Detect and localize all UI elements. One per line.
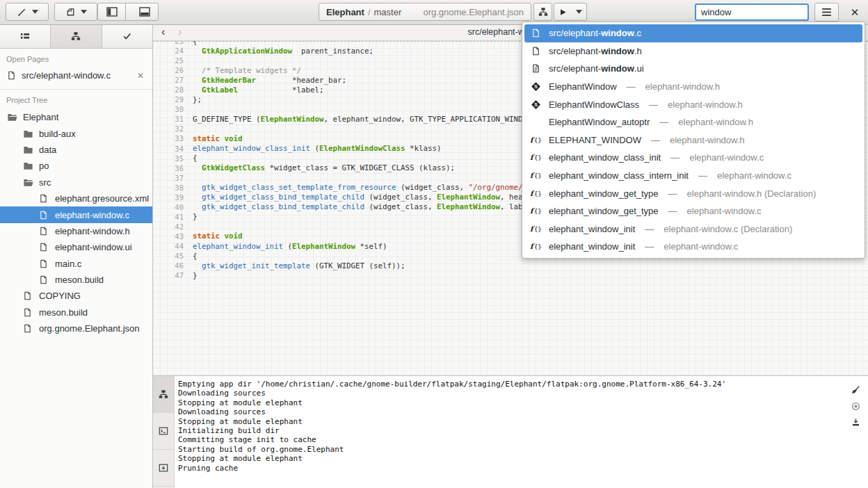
- search-result-row[interactable]: f{}ELEPHANT_WINDOW—elephant-window.h: [524, 131, 862, 149]
- result-location: elephant-window.c: [664, 241, 738, 252]
- save-log-button[interactable]: [851, 414, 860, 430]
- terminal-icon: [159, 426, 168, 436]
- result-title: src/elephant-window.c: [549, 28, 641, 38]
- code-text: static void: [193, 231, 243, 241]
- line-number: 32: [153, 124, 193, 133]
- tree-row[interactable]: src: [0, 174, 152, 190]
- result-title: elephant_window_get_type: [549, 188, 659, 199]
- tree-row[interactable]: Elephant: [0, 109, 152, 125]
- build-config-name: org.gnome.Elephant.json: [423, 7, 524, 17]
- close-page-icon[interactable]: ✕: [136, 71, 145, 81]
- code-text: GtkHeaderBar *header_bar;: [193, 76, 346, 85]
- toggle-bottom-panel-button[interactable]: [131, 3, 158, 20]
- code-text: }: [193, 212, 198, 221]
- tree-row-label: meson.build: [55, 275, 104, 285]
- run-button[interactable]: [554, 3, 572, 21]
- tree-row[interactable]: org.gnome.Elephant.json: [0, 320, 152, 336]
- search-result-row[interactable]: f{}elephant_window_init—elephant-window.…: [524, 220, 862, 238]
- svg-text:{}: {}: [534, 154, 542, 162]
- tree-row[interactable]: data: [0, 142, 152, 158]
- tree-row[interactable]: elephant.gresource.xml: [0, 190, 152, 206]
- build-output-tab[interactable]: [153, 376, 174, 413]
- result-title: ElephantWindow: [549, 81, 617, 92]
- search-result-row[interactable]: f{}elephant_window_get_type—elephant-win…: [524, 184, 862, 202]
- tree-row-label: elephant-window.ui: [55, 242, 132, 252]
- line-number: 47: [153, 271, 193, 279]
- terminal-tab[interactable]: [153, 413, 174, 450]
- search-result-row[interactable]: SElephantWindow—elephant-window.h: [524, 78, 862, 96]
- result-location: elephant-window.h: [645, 81, 721, 92]
- file-icon: [39, 194, 49, 203]
- sidebar-tab-build[interactable]: [51, 24, 102, 48]
- code-text: /* Template widgets */: [193, 66, 301, 75]
- global-search-input[interactable]: [695, 3, 809, 21]
- search-result-row[interactable]: f{}elephant_window_get_type—elephant-win…: [524, 202, 862, 220]
- record-icon[interactable]: [851, 398, 860, 414]
- code-text: GtkApplicationWindow parent_instance;: [193, 47, 373, 56]
- folder-icon: [23, 161, 33, 171]
- func-icon: f{}: [530, 152, 542, 163]
- struct-icon: S: [530, 81, 542, 92]
- build-profile-button[interactable]: [54, 3, 97, 21]
- search-result-row[interactable]: f{}elephant_window_class_init—elephant-w…: [524, 149, 862, 167]
- dash-separator: —: [651, 135, 660, 145]
- sidebar-tab-todo[interactable]: [102, 24, 152, 48]
- file-icon: [530, 47, 542, 56]
- search-result-row[interactable]: f{}elephant_window_class_intern_init—ele…: [524, 167, 862, 185]
- branch-name: master: [374, 7, 402, 17]
- func-icon: f{}: [530, 170, 542, 181]
- search-result-row[interactable]: src/elephant-window.ui: [524, 60, 862, 78]
- line-number: 27: [153, 76, 193, 84]
- dash-separator: —: [659, 117, 668, 127]
- line-number: 31: [153, 115, 193, 123]
- tree-row[interactable]: elephant-window.c: [0, 206, 152, 222]
- result-title: ElephantWindow_autoptr: [549, 117, 650, 127]
- dash-separator: —: [645, 224, 654, 234]
- tree-row[interactable]: elephant-window.h: [0, 223, 152, 239]
- sidebar-tab-pages[interactable]: [0, 24, 51, 48]
- build-button[interactable]: [533, 3, 552, 21]
- file-icon: [23, 308, 33, 317]
- search-result-row[interactable]: SElephantWindowClass—elephant-window.h: [524, 95, 862, 113]
- runtime-terminal-tab[interactable]: [153, 450, 174, 487]
- tree-row[interactable]: elephant-window.ui: [0, 239, 152, 255]
- tree-row[interactable]: main.c: [0, 256, 152, 272]
- left-sidebar: Open Pages src/elephant-window.c ✕ Proje…: [0, 24, 153, 488]
- tree-row[interactable]: meson.build: [0, 304, 152, 320]
- line-number: 35: [153, 154, 193, 163]
- dash-separator: —: [668, 188, 677, 199]
- perspective-switcher-button[interactable]: [6, 3, 49, 21]
- result-title: elephant_window_class_init: [549, 152, 661, 163]
- line-number: 41: [153, 213, 193, 221]
- search-result-row[interactable]: src/elephant-window.h: [524, 42, 862, 60]
- result-title: elephant_window_init: [549, 224, 635, 234]
- toggle-left-panel-button[interactable]: [98, 3, 126, 20]
- tree-row[interactable]: COPYING: [0, 288, 152, 304]
- tree-row-label: src: [39, 177, 51, 188]
- pen-icon: [17, 7, 27, 17]
- window-close-button[interactable]: ✕: [844, 3, 865, 22]
- search-result-row[interactable]: ElephantWindow_autoptr—elephant-window.h: [524, 113, 862, 131]
- panel-bottom-icon: [139, 7, 150, 17]
- line-number: 29: [153, 95, 193, 104]
- code-text: static void: [193, 134, 243, 143]
- project-breadcrumb-button[interactable]: Elephant / master org.gnome.Elephant.jso…: [319, 3, 531, 21]
- line-number: 44: [153, 242, 193, 250]
- search-result-row[interactable]: src/elephant-window.c: [524, 24, 862, 42]
- code-text: G_DEFINE_TYPE (ElephantWindow, elephant_…: [193, 115, 536, 124]
- build-pipeline-icon: [538, 7, 548, 17]
- code-text: gtk_widget_init_template (GTK_WIDGET (se…: [193, 261, 405, 270]
- dash-separator: —: [670, 152, 680, 163]
- menu-button[interactable]: [814, 3, 839, 22]
- run-options-button[interactable]: [572, 3, 587, 21]
- tree-row[interactable]: po: [0, 158, 152, 174]
- open-page-item[interactable]: src/elephant-window.c ✕: [0, 67, 152, 84]
- clear-log-button[interactable]: [851, 382, 860, 398]
- tree-row[interactable]: build-aux: [0, 125, 152, 141]
- file-icon: [23, 291, 33, 300]
- search-result-row[interactable]: f{}elephant_window_init—elephant-window.…: [524, 238, 862, 256]
- func-icon: f{}: [530, 224, 542, 234]
- tree-row[interactable]: meson.build: [0, 272, 152, 288]
- tree-row-label: Elephant: [23, 112, 58, 122]
- result-location: elephant-window.h (Declaration): [687, 188, 817, 199]
